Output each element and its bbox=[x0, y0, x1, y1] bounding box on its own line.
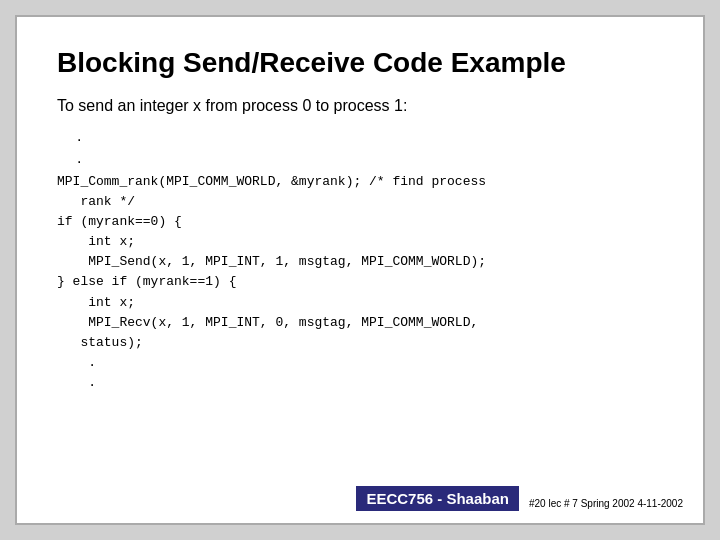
slide-title: Blocking Send/Receive Code Example bbox=[57, 47, 663, 79]
footer: EECC756 - Shaaban #20 lec # 7 Spring 200… bbox=[356, 486, 683, 511]
code-block: MPI_Comm_rank(MPI_COMM_WORLD, &myrank); … bbox=[57, 172, 663, 394]
dot-line-1: . bbox=[77, 127, 81, 144]
footer-badge: EECC756 - Shaaban bbox=[356, 486, 519, 511]
slide-container: Blocking Send/Receive Code Example To se… bbox=[15, 15, 705, 525]
footer-meta: #20 lec # 7 Spring 2002 4-11-2002 bbox=[529, 497, 683, 511]
dot-line-2: . bbox=[77, 149, 81, 166]
dots-decoration: . . bbox=[77, 125, 663, 170]
slide-subtitle: To send an integer x from process 0 to p… bbox=[57, 97, 663, 115]
